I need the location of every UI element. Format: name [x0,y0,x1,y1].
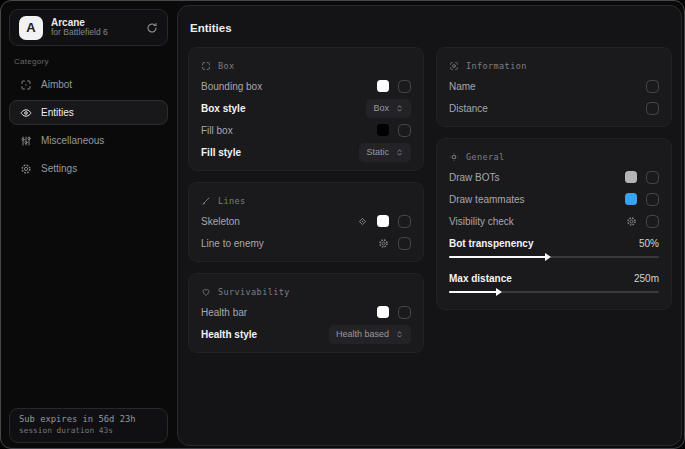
fill-box-checkbox[interactable] [398,124,411,137]
unfold-icon [395,104,404,113]
setting-label: Health style [201,329,257,340]
sidebar-item-entities[interactable]: Entities [9,100,168,125]
setting-row-distance: Distance [449,97,659,119]
setting-row-fill-style: Fill style Static [201,141,411,163]
session-duration-text: session duration 43s [19,426,158,435]
health-bar-checkbox[interactable] [398,306,411,319]
color-swatch[interactable] [625,193,637,205]
box-style-dropdown[interactable]: Box [366,99,411,118]
survivability-card-header: Survivability [201,283,411,301]
bounding-box-checkbox[interactable] [398,80,411,93]
app-window: A Arcane for Battlefield 6 Category [0,0,685,449]
lines-card: Lines Skeleton [188,182,424,262]
box-card: Box Bounding box Box style Box [188,47,424,171]
setting-label: Draw BOTs [449,172,500,183]
survivability-card: Survivability Health bar Health style He… [188,273,424,353]
slider-thumb-arrow[interactable] [545,253,551,261]
color-swatch[interactable] [377,124,389,136]
bot-transparency-slider[interactable] [449,256,659,258]
setting-label: Visibility check [449,216,514,227]
box-card-header: Box [201,57,411,75]
slider-label: Bot transpenency [449,238,533,249]
line-to-enemy-checkbox[interactable] [398,237,411,250]
setting-label: Health bar [201,307,247,318]
setting-row-box-style: Box style Box [201,97,411,119]
dropdown-value: Static [366,147,389,157]
setting-label: Fill style [201,147,241,158]
subscription-status-box: Sub expires in 56d 23h session duration … [9,408,168,443]
color-swatch[interactable] [377,80,389,92]
setting-row-draw-teammates: Draw teammates [449,188,659,210]
distance-checkbox[interactable] [646,102,659,115]
setting-row-health-style: Health style Health based [201,323,411,345]
slider-label: Max distance [449,273,512,284]
sidebar-item-label: Aimbot [41,79,72,90]
sidebar: A Arcane for Battlefield 6 Category [1,1,176,448]
category-label: Category [14,57,49,66]
visibility-check-checkbox[interactable] [646,215,659,228]
dropdown-value: Health based [336,329,389,339]
setting-row-fill-box: Fill box [201,119,411,141]
dropdown-value: Box [373,103,389,113]
main-panel: Entities Box Bounding box [177,5,682,446]
information-card-header: Information [449,57,659,75]
box-card-title: Box [218,61,235,71]
visibility-config-gear-icon[interactable] [626,216,637,227]
setting-label: Distance [449,103,488,114]
name-checkbox[interactable] [646,80,659,93]
unfold-icon [395,148,404,157]
max-distance-slider-block: Max distance 250m [449,269,659,302]
general-card-header: General [449,148,659,166]
setting-row-draw-bots: Draw BOTs [449,166,659,188]
color-swatch[interactable] [625,171,637,183]
sidebar-item-label: Settings [41,163,77,174]
information-card: Information Name Distance [436,47,672,127]
page-title: Entities [190,22,232,34]
setting-label: Draw teammates [449,194,525,205]
app-subtitle: for Battlefield 6 [51,28,138,38]
survivability-card-title: Survivability [218,287,290,297]
left-column: Box Bounding box Box style Box [188,47,424,353]
sidebar-item-aimbot[interactable]: Aimbot [9,72,168,97]
scan-info-icon [449,61,459,71]
box-corners-icon [201,61,211,71]
fill-style-dropdown[interactable]: Static [359,143,411,162]
setting-label: Box style [201,103,245,114]
slider-fill [449,291,497,293]
max-distance-slider[interactable] [449,291,659,293]
lines-card-header: Lines [201,192,411,210]
sidebar-item-miscellaneous[interactable]: Miscellaneous [9,128,168,153]
grid-icon [449,152,459,162]
skeleton-config-icon[interactable] [357,216,368,227]
line-config-gear-icon[interactable] [378,238,389,249]
setting-row-line-to-enemy: Line to enemy [201,232,411,254]
pencil-line-icon [201,196,211,206]
setting-label: Line to enemy [201,238,264,249]
draw-bots-checkbox[interactable] [646,171,659,184]
slider-value: 50% [639,238,659,249]
sync-icon[interactable] [146,22,158,34]
skeleton-checkbox[interactable] [398,215,411,228]
setting-row-health-bar: Health bar [201,301,411,323]
general-card: General Draw BOTs Draw teammates [436,138,672,310]
gear-icon [20,163,32,175]
slider-fill [449,256,546,258]
setting-row-name: Name [449,75,659,97]
sidebar-item-label: Miscellaneous [41,135,104,146]
color-swatch[interactable] [377,306,389,318]
health-style-dropdown[interactable]: Health based [329,325,411,344]
setting-label: Bounding box [201,81,262,92]
sidebar-item-settings[interactable]: Settings [9,156,168,181]
crosshair-icon [20,79,32,91]
color-swatch[interactable] [377,215,389,227]
setting-row-skeleton: Skeleton [201,210,411,232]
slider-thumb-arrow[interactable] [496,288,502,296]
draw-teammates-checkbox[interactable] [646,193,659,206]
unfold-icon [395,330,404,339]
setting-row-visibility-check: Visibility check [449,210,659,232]
setting-row-bounding-box: Bounding box [201,75,411,97]
lines-card-title: Lines [218,196,246,206]
app-header-card: A Arcane for Battlefield 6 [9,9,168,46]
setting-label: Name [449,81,476,92]
app-avatar: A [19,16,43,40]
